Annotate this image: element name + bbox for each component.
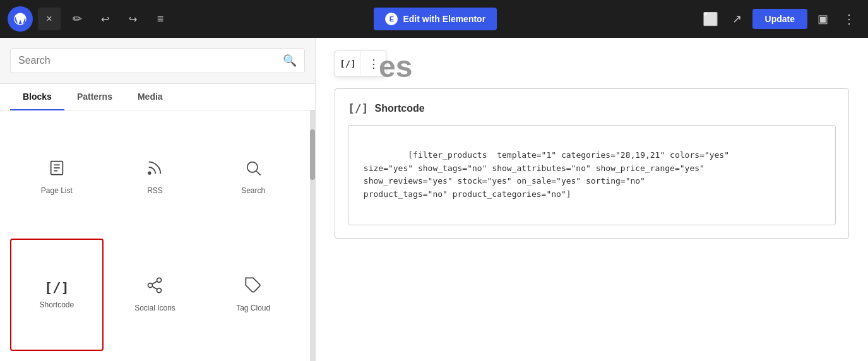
blocks-grid: Page List RSS	[0, 110, 310, 361]
svg-point-8	[148, 283, 153, 288]
sidebar: 🔍 Blocks Patterns Media	[0, 38, 316, 361]
tab-patterns[interactable]: Patterns	[64, 84, 125, 110]
svg-line-10	[153, 287, 158, 290]
block-tag-cloud-label: Tag Cloud	[236, 304, 270, 312]
undo-button[interactable]: ↩	[93, 8, 116, 30]
canvas-area: [/] ⋮ es [/] Shortcode [filter_products …	[316, 38, 868, 361]
social-icons-block-icon	[146, 276, 163, 299]
svg-point-5	[247, 162, 258, 172]
block-rss-label: RSS	[147, 186, 163, 195]
svg-line-6	[256, 171, 260, 175]
search-area: 🔍	[0, 38, 315, 84]
close-button[interactable]: ×	[38, 8, 61, 30]
svg-point-7	[157, 278, 162, 283]
block-tag-cloud[interactable]: Tag Cloud	[206, 239, 300, 352]
shortcode-block-header: [/] Shortcode	[348, 102, 836, 115]
block-search[interactable]: Search	[206, 121, 300, 234]
shortcode-header-icon: [/]	[348, 102, 369, 115]
block-shortcode[interactable]: [/] Shortcode	[10, 239, 104, 352]
rss-icon	[146, 159, 163, 181]
tab-blocks[interactable]: Blocks	[10, 84, 64, 110]
search-box: 🔍	[10, 48, 305, 73]
block-page-list-label: Page List	[41, 186, 73, 195]
search-input[interactable]	[18, 55, 283, 66]
page-list-icon	[48, 159, 66, 181]
block-search-label: Search	[241, 186, 265, 195]
shortcode-block-canvas[interactable]: [/] Shortcode [filter_products template=…	[335, 88, 849, 239]
tag-cloud-block-icon	[244, 276, 262, 299]
desktop-view-button[interactable]: ⬜	[699, 8, 722, 30]
block-tabs: Blocks Patterns Media	[0, 84, 315, 110]
external-link-button[interactable]: ↗	[726, 8, 749, 30]
block-page-list[interactable]: Page List	[10, 121, 104, 234]
sidebar-scroll-thumb[interactable]	[310, 129, 315, 180]
sidebar-toggle-button[interactable]: ▣	[811, 8, 834, 30]
block-social-icons-label: Social Icons	[134, 304, 175, 312]
svg-point-4	[149, 172, 152, 174]
more-options-button[interactable]: ⋮	[838, 8, 860, 30]
toolbar-right: ⬜ ↗ Update ▣ ⋮	[699, 8, 860, 30]
main-layout: 🔍 Blocks Patterns Media	[0, 38, 868, 361]
svg-line-11	[153, 281, 158, 285]
edit-elementor-button[interactable]: E Edit with Elementor	[374, 8, 497, 30]
block-social-icons[interactable]: Social Icons	[109, 239, 202, 352]
svg-point-9	[157, 288, 162, 293]
block-type-button[interactable]: [/]	[335, 51, 360, 76]
search-block-icon	[244, 159, 262, 181]
tab-media[interactable]: Media	[125, 84, 175, 110]
elementor-icon: E	[385, 13, 398, 25]
canvas-inner: [/] ⋮ es [/] Shortcode [filter_products …	[316, 38, 868, 361]
update-button[interactable]: Update	[752, 9, 807, 29]
sidebar-scrollbar[interactable]	[310, 110, 315, 361]
wordpress-logo[interactable]	[8, 6, 33, 32]
shortcode-code-content[interactable]: [filter_products template="1" categories…	[348, 125, 836, 225]
search-icon[interactable]: 🔍	[283, 54, 297, 68]
shortcode-block-icon: [/]	[44, 280, 69, 295]
page-title-partial: es	[379, 49, 412, 84]
block-shortcode-label: Shortcode	[39, 300, 74, 309]
block-rss[interactable]: RSS	[109, 121, 202, 234]
redo-button[interactable]: ↪	[121, 8, 144, 30]
toolbar: × ✏ ↩ ↪ ≡ E Edit with Elementor ⬜ ↗ Upda…	[0, 0, 868, 38]
pencil-button[interactable]: ✏	[66, 8, 88, 30]
list-view-button[interactable]: ≡	[149, 8, 172, 30]
